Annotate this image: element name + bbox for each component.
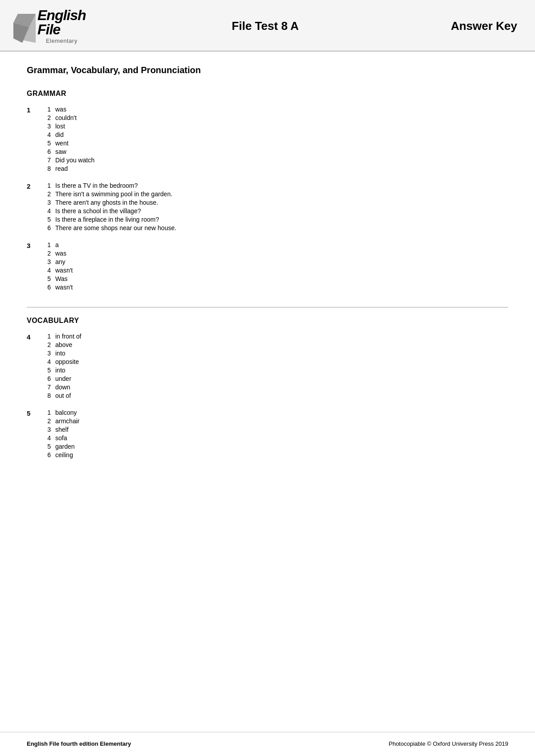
main-section-title: Grammar, Vocabulary, and Pronunciation [27, 65, 508, 77]
list-item: 4 Is there a school in the village? [41, 207, 177, 215]
vocabulary-section: VOCABULARY 4 1 in front of 2 above 3 int… [27, 317, 508, 459]
grammar-question-2: 2 1 Is there a TV in the bedroom? 2 Ther… [27, 182, 508, 231]
list-item: 3 There aren't any ghosts in the house. [41, 199, 177, 206]
list-item: 4 sofa [41, 434, 79, 442]
section-divider [27, 307, 508, 308]
vocabulary-heading: VOCABULARY [27, 317, 508, 325]
logo-english-file: English File Elementary [13, 8, 86, 44]
logo-area: English File Elementary [13, 8, 147, 44]
list-item: 8 read [41, 165, 95, 172]
list-item: 3 shelf [41, 426, 79, 433]
answer-list-4: 1 in front of 2 above 3 into 4 opposite [41, 333, 81, 399]
list-item: 7 down [41, 384, 81, 391]
answer-list-1: 1 was 2 couldn't 3 lost 4 did [41, 106, 95, 172]
grammar-question-3: 3 1 a 2 was 3 any 4 [27, 241, 508, 291]
footer: English File fourth edition Elementary P… [0, 732, 535, 756]
footer-left: English File fourth edition Elementary [27, 740, 131, 747]
list-item: 4 wasn't [41, 267, 73, 274]
list-item: 2 couldn't [41, 114, 95, 121]
list-item: 2 was [41, 250, 73, 257]
list-item: 5 garden [41, 443, 79, 450]
footer-right: Photocopiable © Oxford University Press … [389, 740, 508, 747]
grammar-heading: GRAMMAR [27, 90, 508, 98]
list-item: 8 out of [41, 392, 81, 399]
answer-list-5: 1 balcony 2 armchair 3 shelf 4 sofa [41, 409, 79, 459]
list-item: 1 Is there a TV in the bedroom? [41, 182, 177, 189]
logo-file-text: File [37, 22, 86, 37]
list-item: 4 opposite [41, 358, 81, 365]
list-item: 5 Is there a fireplace in the living roo… [41, 216, 177, 223]
list-item: 1 balcony [41, 409, 79, 416]
list-item: 6 ceiling [41, 451, 79, 459]
grammar-section: GRAMMAR 1 1 was 2 couldn't 3 lost [27, 90, 508, 291]
list-item: 5 went [41, 140, 95, 147]
list-item: 6 wasn't [41, 284, 73, 291]
list-item: 3 into [41, 350, 81, 357]
header-title: File Test 8 A [232, 19, 299, 33]
vocabulary-question-4: 4 1 in front of 2 above 3 into [27, 333, 508, 399]
header: English File Elementary File Test 8 A An… [0, 0, 535, 52]
list-item: 6 There are some shops near our new hous… [41, 224, 177, 231]
logo-decoration [13, 14, 36, 44]
logo-english-text: English [37, 8, 86, 22]
list-item: 4 did [41, 131, 95, 138]
list-item: 3 any [41, 258, 73, 265]
list-item: 1 in front of [41, 333, 81, 340]
list-item: 2 There isn't a swimming pool in the gar… [41, 190, 177, 198]
logo-elementary-text: Elementary [37, 37, 86, 44]
question-number-5: 5 [27, 409, 41, 417]
list-item: 6 under [41, 375, 81, 382]
list-item: 2 above [41, 341, 81, 348]
header-center: File Test 8 A [147, 19, 383, 33]
list-item: 7 Did you watch [41, 157, 95, 164]
list-item: 5 into [41, 367, 81, 374]
logo-text-group: English File Elementary [37, 8, 86, 44]
question-number-1: 1 [27, 106, 41, 114]
page: English File Elementary File Test 8 A An… [0, 0, 535, 756]
list-item: 5 Was [41, 275, 73, 282]
grammar-question-1: 1 1 was 2 couldn't 3 lost 4 [27, 106, 508, 172]
question-number-2: 2 [27, 182, 41, 190]
list-item: 1 was [41, 106, 95, 113]
list-item: 1 a [41, 241, 73, 248]
question-number-4: 4 [27, 333, 41, 341]
question-number-3: 3 [27, 241, 41, 249]
header-answer-key: Answer Key [451, 19, 517, 33]
answer-list-2: 1 Is there a TV in the bedroom? 2 There … [41, 182, 177, 231]
list-item: 3 lost [41, 123, 95, 130]
list-item: 2 armchair [41, 417, 79, 425]
vocabulary-question-5: 5 1 balcony 2 armchair 3 shelf [27, 409, 508, 459]
list-item: 6 saw [41, 148, 95, 155]
content: Grammar, Vocabulary, and Pronunciation G… [0, 52, 535, 732]
answer-list-3: 1 a 2 was 3 any 4 wasn't [41, 241, 73, 291]
header-right: Answer Key [383, 19, 517, 33]
